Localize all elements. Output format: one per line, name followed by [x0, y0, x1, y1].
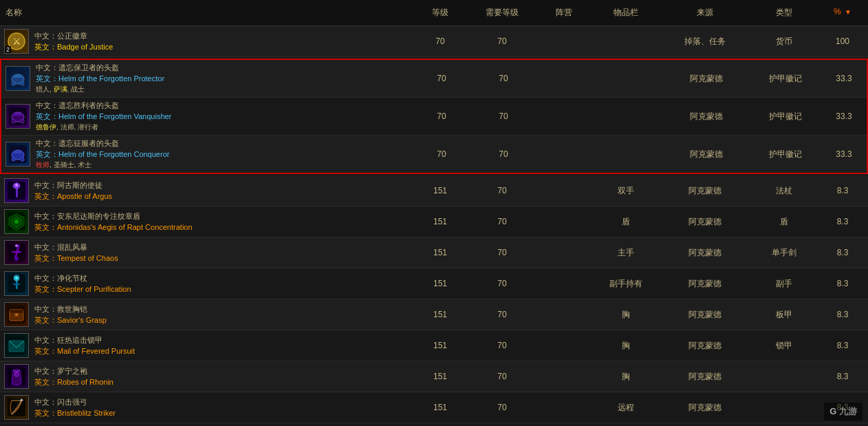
- col-level[interactable]: 等级: [413, 4, 468, 21]
- item-en-name[interactable]: 英文：Antonidas's Aegis of Rapt Concentrati…: [34, 222, 193, 233]
- item-icon: [4, 333, 29, 358]
- item-en-name[interactable]: 英文：Savior's Grasp: [34, 315, 107, 326]
- item-text: 中文：遗忘保卫者的头盔 英文：Helm of the Forgotten Pro…: [36, 63, 164, 94]
- col-source[interactable]: 来源: [660, 4, 750, 21]
- cell-pct: 8.3: [818, 214, 867, 229]
- cell-slot: 胸: [592, 337, 660, 354]
- cell-slot: 远程: [592, 399, 660, 416]
- item-cell: 中文：安东尼达斯的专注纹章盾 英文：Antonidas's Aegis of R…: [0, 206, 413, 237]
- cell-source: 阿克蒙德: [660, 337, 750, 354]
- cell-source: 阿克蒙德: [660, 368, 750, 385]
- item-cell: 中文：闪击强弓 英文：Bristleblitz Striker: [0, 392, 413, 423]
- svg-rect-25: [12, 251, 21, 253]
- item-cell: 中文：混乱风暴 英文：Tempest of Chaos: [0, 237, 413, 268]
- cell-level: 151: [413, 307, 468, 322]
- item-class: 德鲁伊, 法师, 潜行者: [36, 123, 171, 132]
- svg-rect-9: [13, 113, 23, 116]
- level-badge: 2: [5, 46, 11, 53]
- item-en-name[interactable]: 英文：Helm of the Forgotten Conqueror: [36, 149, 169, 160]
- table-row: 中文：混乱风暴 英文：Tempest of Chaos 151 70 主手 阿克…: [0, 237, 868, 268]
- item-cell: 中文：净化节杖 英文：Scepter of Purification: [0, 268, 413, 299]
- cell-type: 副手: [750, 275, 818, 292]
- cell-source: 阿克蒙德: [662, 108, 751, 125]
- cell-faction: [538, 114, 593, 119]
- cell-source: 阿克蒙德: [662, 146, 751, 163]
- item-icon: ⚔ 2: [4, 29, 29, 54]
- item-icon: [4, 302, 29, 327]
- svg-point-43: [14, 372, 19, 376]
- cell-source: 阿克蒙德: [660, 306, 750, 323]
- watermark-icon: G: [829, 406, 836, 416]
- item-en-name[interactable]: 英文：Tempest of Chaos: [34, 253, 118, 264]
- cell-required-level: 70: [468, 338, 536, 353]
- item-cn-name: 中文：救世胸铠: [34, 304, 107, 315]
- item-text: 中文：闪击强弓 英文：Bristleblitz Striker: [34, 397, 116, 418]
- cell-source: 掉落、任务: [660, 33, 750, 50]
- item-en-name[interactable]: 英文：Badge of Justice: [34, 42, 113, 52]
- item-icon: [4, 209, 29, 234]
- item-cell: 中文：罗宁之袍 英文：Robes of Rhonin: [0, 361, 413, 392]
- col-required-level[interactable]: 需要等级: [468, 4, 536, 21]
- cell-slot: 双手: [592, 182, 660, 200]
- item-en-name[interactable]: 英文：Robes of Rhonin: [34, 377, 113, 387]
- cell-slot: [593, 114, 662, 119]
- item-en-name[interactable]: 英文：Helm of the Forgotten Vanquisher: [36, 111, 171, 122]
- cell-slot: 胸: [592, 306, 660, 323]
- item-cn-name: 中文：闪击强弓: [34, 397, 116, 407]
- svg-rect-35: [10, 310, 23, 313]
- item-text: 中文：遗忘胜利者的头盔 英文：Helm of the Forgotten Van…: [36, 100, 171, 132]
- cell-required-level: 70: [468, 307, 536, 322]
- cell-level: 70: [413, 34, 468, 49]
- svg-rect-15: [12, 158, 15, 161]
- svg-rect-16: [21, 158, 24, 161]
- cell-required-level: 70: [468, 369, 536, 384]
- cell-type: 货币: [750, 33, 818, 50]
- cell-required-level: 70: [468, 245, 536, 260]
- cell-type: 护甲徽记: [751, 108, 820, 125]
- item-cn-name: 中文：安东尼达斯的专注纹章盾: [34, 211, 193, 222]
- cell-pct: 8.3: [818, 245, 867, 260]
- table-row: 中文：闪击强弓 英文：Bristleblitz Striker 151 70 远…: [0, 392, 868, 423]
- item-text: 中文：安东尼达斯的专注纹章盾 英文：Antonidas's Aegis of R…: [34, 211, 193, 233]
- svg-rect-10: [12, 120, 15, 123]
- cell-source: 阿克蒙德: [662, 70, 751, 87]
- cell-pct: 33.3: [820, 109, 868, 124]
- cell-pct: 8.3: [818, 276, 867, 291]
- cell-faction: [536, 219, 592, 224]
- item-text: 中文：阿古斯的使徒 英文：Apostle of Argus: [34, 180, 112, 202]
- item-cn-name: 中文：净化节杖: [34, 273, 131, 284]
- col-slot[interactable]: 物品栏: [592, 4, 660, 21]
- col-name[interactable]: 名称: [0, 4, 413, 21]
- cell-required-level: 70: [469, 71, 538, 86]
- cell-required-level: 70: [468, 34, 536, 49]
- cell-level: 151: [413, 400, 468, 415]
- item-class: 猎人, 萨满, 战士: [36, 85, 164, 94]
- svg-rect-6: [21, 82, 24, 85]
- item-en-name[interactable]: 英文：Apostle of Argus: [34, 191, 112, 202]
- item-icon: [6, 104, 30, 129]
- cell-slot: [592, 39, 660, 44]
- svg-rect-4: [13, 75, 23, 78]
- item-icon: [6, 66, 30, 91]
- cell-required-level: 70: [469, 147, 538, 162]
- cell-slot: 主手: [592, 244, 660, 262]
- item-en-name[interactable]: 英文：Helm of the Forgotten Protector: [36, 74, 164, 84]
- cell-pct: 8.3: [818, 183, 867, 198]
- cell-type: 护甲徽记: [751, 146, 820, 163]
- item-en-name[interactable]: 英文：Mail of Fevered Pursuit: [34, 346, 135, 356]
- item-en-name[interactable]: 英文：Scepter of Purification: [34, 284, 131, 295]
- cell-required-level: 70: [468, 183, 536, 198]
- item-cn-name: 中文：遗忘胜利者的头盔: [36, 100, 171, 111]
- svg-point-27: [15, 244, 18, 247]
- item-en-name[interactable]: 英文：Bristleblitz Striker: [34, 408, 116, 418]
- cell-slot: 副手持有: [592, 275, 660, 292]
- item-cell: 中文：狂热追击锁甲 英文：Mail of Fevered Pursuit: [0, 330, 413, 361]
- item-icon: [6, 142, 30, 167]
- col-type[interactable]: 类型: [750, 4, 818, 21]
- cell-slot: 胸: [592, 368, 660, 385]
- col-pct[interactable]: % ▼: [818, 4, 867, 21]
- cell-faction: [536, 250, 592, 255]
- col-faction[interactable]: 阵营: [536, 4, 592, 21]
- cell-pct: 33.3: [820, 147, 868, 162]
- cell-faction: [536, 312, 592, 317]
